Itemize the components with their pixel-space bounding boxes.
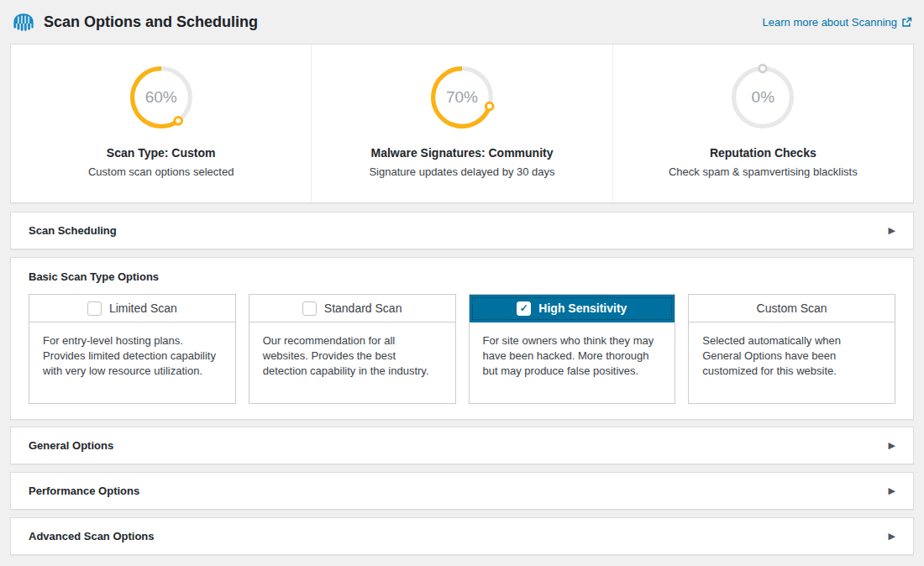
scan-type-title: Scan Type: Custom: [11, 146, 311, 160]
malware-signatures-status: 70% Malware Signatures: Community Signat…: [312, 45, 612, 202]
scan-card-standard[interactable]: Standard Scan Our recommendation for all…: [249, 294, 456, 404]
scan-card-custom-header[interactable]: Custom Scan: [689, 295, 895, 322]
scan-card-high-sensitivity-header[interactable]: High Sensitivity: [470, 295, 675, 322]
high-sensitivity-description: For site owners who think they may have …: [470, 322, 675, 403]
reputation-checks-status: 0% Reputation Checks Check spam & spamve…: [613, 45, 913, 202]
high-sensitivity-label: High Sensitivity: [538, 301, 627, 315]
standard-scan-description: Our recommendation for all websites. Pro…: [249, 322, 455, 403]
learn-more-label: Learn more about Scanning: [763, 16, 897, 29]
chevron-right-icon[interactable]: [889, 226, 895, 235]
custom-scan-description: Selected automatically when General Opti…: [689, 322, 895, 403]
scan-card-high-sensitivity[interactable]: High Sensitivity For site owners who thi…: [469, 294, 676, 404]
limited-scan-label: Limited Scan: [109, 301, 177, 315]
scan-status-panel: 60% Scan Type: Custom Custom scan option…: [10, 44, 914, 203]
reputation-checks-subtitle: Check spam & spamvertising blacklists: [613, 165, 913, 178]
page-header: Scan Options and Scheduling Learn more a…: [0, 0, 924, 44]
scan-type-percent: 60%: [125, 61, 197, 134]
standard-scan-label: Standard Scan: [324, 301, 402, 315]
reputation-checks-progress-ring: 0%: [727, 61, 799, 134]
scan-type-progress-ring: 60%: [125, 61, 197, 134]
malware-signatures-percent: 70%: [426, 61, 498, 134]
basic-scan-type-title: Basic Scan Type Options: [29, 258, 895, 294]
accordion-general-options[interactable]: General Options: [10, 427, 914, 464]
scan-options-page: Scan Options and Scheduling Learn more a…: [0, 0, 924, 566]
chevron-right-icon[interactable]: [889, 441, 895, 450]
accordion-advanced-scan-options[interactable]: Advanced Scan Options: [10, 517, 914, 555]
custom-scan-label: Custom Scan: [757, 301, 827, 315]
scan-type-status: 60% Scan Type: Custom Custom scan option…: [11, 45, 312, 202]
malware-signatures-progress-ring: 70%: [426, 61, 498, 134]
scan-card-standard-header[interactable]: Standard Scan: [249, 295, 455, 322]
accordion-scan-scheduling[interactable]: Scan Scheduling: [10, 212, 914, 249]
accordion-scan-scheduling-label: Scan Scheduling: [29, 224, 117, 237]
scan-card-limited-header[interactable]: Limited Scan: [29, 295, 235, 322]
malware-signatures-title: Malware Signatures: Community: [312, 146, 612, 160]
basic-scan-type-panel: Basic Scan Type Options Limited Scan For…: [10, 257, 914, 420]
limited-scan-checkbox[interactable]: [87, 301, 102, 316]
external-link-icon: [901, 17, 912, 28]
chevron-right-icon[interactable]: [889, 532, 895, 541]
accordion-advanced-scan-options-label: Advanced Scan Options: [29, 530, 155, 542]
standard-scan-checkbox[interactable]: [302, 301, 317, 316]
reputation-checks-title: Reputation Checks: [613, 146, 913, 160]
high-sensitivity-checkbox-checked-icon[interactable]: [517, 301, 531, 316]
page-title: Scan Options and Scheduling: [44, 13, 258, 31]
accordion-performance-options-label: Performance Options: [29, 485, 139, 497]
reputation-checks-percent: 0%: [727, 61, 799, 134]
wordfence-fence-icon: [12, 12, 35, 33]
limited-scan-description: For entry-level hosting plans. Provides …: [29, 322, 235, 403]
chevron-right-icon[interactable]: [889, 486, 895, 495]
accordion-general-options-label: General Options: [29, 439, 113, 452]
accordion-performance-options[interactable]: Performance Options: [10, 472, 914, 510]
scan-type-subtitle: Custom scan options selected: [11, 165, 311, 178]
scan-type-cards: Limited Scan For entry-level hosting pla…: [29, 294, 895, 404]
learn-more-link[interactable]: Learn more about Scanning: [763, 16, 912, 29]
scan-card-custom[interactable]: Custom Scan Selected automatically when …: [688, 294, 895, 404]
malware-signatures-subtitle: Signature updates delayed by 30 days: [312, 165, 612, 178]
scan-card-limited[interactable]: Limited Scan For entry-level hosting pla…: [29, 294, 236, 404]
